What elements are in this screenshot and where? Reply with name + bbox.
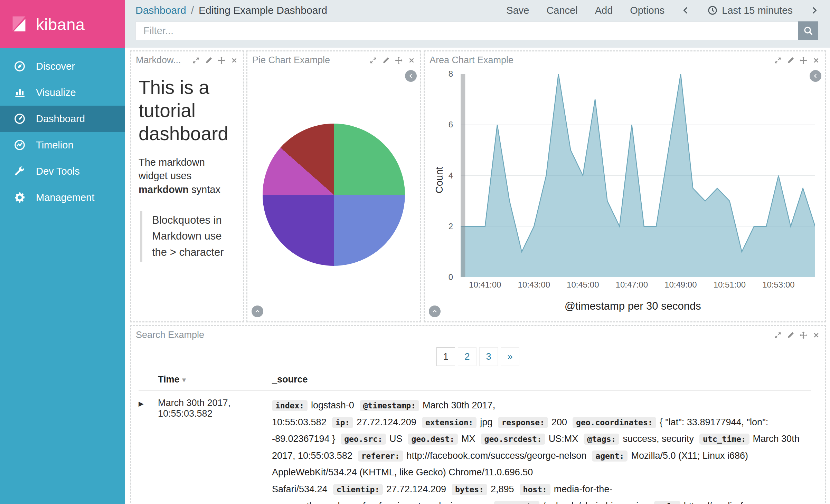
sidebar-item-label: Dev Tools	[36, 166, 80, 177]
kibana-app: kibana Discover Visualize Dashboard	[0, 0, 830, 504]
search-table-body: ▶March 30th 2017, 10:55:03.582index:logs…	[139, 390, 811, 504]
chevron-right-icon	[810, 5, 818, 16]
time-picker-button[interactable]: Last 15 minutes	[707, 5, 793, 16]
remove-panel-icon[interactable]	[408, 57, 415, 64]
field-key: index:	[272, 400, 308, 411]
y-tick-label: 6	[449, 120, 453, 129]
sidebar-item-label: Dashboard	[36, 113, 85, 125]
x-tick-label: 10:43:00	[518, 280, 550, 290]
row-source: index:logstash-0@timestamp:March 30th 20…	[272, 397, 811, 504]
field-value: 2,895	[491, 484, 514, 494]
x-tick-label: 10:45:00	[567, 280, 599, 290]
app-nav: Discover Visualize Dashboard Timelion	[0, 48, 125, 211]
filter-bar	[125, 19, 830, 48]
edit-pencil-icon[interactable]	[787, 331, 794, 339]
remove-panel-icon[interactable]	[230, 57, 238, 64]
page-2-button[interactable]: 2	[458, 347, 477, 366]
pie-chart-panel: Pie Chart Example	[246, 50, 421, 322]
legend-toggle-icon[interactable]	[405, 70, 417, 82]
visualize-barchart-icon	[14, 87, 26, 98]
sidebar-item-management[interactable]: Management	[0, 184, 125, 211]
field-value: MX	[461, 434, 475, 444]
y-tick-label: 4	[449, 171, 453, 181]
filter-input[interactable]	[135, 21, 798, 40]
search-button[interactable]	[798, 21, 818, 40]
save-button[interactable]: Save	[506, 5, 529, 16]
pie-chart[interactable]	[263, 124, 405, 266]
wrench-icon	[14, 165, 26, 177]
field-value: https://media-f	[684, 501, 743, 504]
cancel-button[interactable]: Cancel	[546, 5, 577, 16]
y-tick-label: 2	[449, 222, 453, 231]
expand-icon[interactable]	[774, 57, 782, 64]
move-icon[interactable]	[800, 57, 807, 64]
breadcrumb-separator: /	[191, 4, 194, 16]
page-3-button[interactable]: 3	[479, 347, 498, 366]
remove-panel-icon[interactable]	[812, 331, 820, 339]
sidebar-item-visualize[interactable]: Visualize	[0, 79, 125, 106]
sidebar-item-discover[interactable]: Discover	[0, 53, 125, 79]
kibana-logo[interactable]: kibana	[0, 0, 125, 48]
app-header: Dashboard / Editing Example Dashboard Sa…	[125, 0, 830, 48]
clock-icon	[707, 5, 718, 16]
config-bar: Dashboard / Editing Example Dashboard Sa…	[125, 0, 830, 19]
edit-pencil-icon[interactable]	[382, 57, 390, 64]
field-key: utc_time:	[699, 434, 749, 445]
time-back-button[interactable]	[682, 5, 690, 16]
gear-icon	[14, 192, 26, 203]
field-key: url:	[654, 501, 680, 504]
field-value: 200	[551, 417, 567, 427]
time-forward-button[interactable]	[810, 5, 818, 16]
time-column-header[interactable]: Time ▾	[158, 374, 272, 385]
field-key: bytes:	[452, 484, 487, 495]
expand-icon[interactable]	[774, 331, 782, 339]
sidebar: kibana Discover Visualize Dashboard	[0, 0, 125, 504]
edit-pencil-icon[interactable]	[787, 57, 794, 64]
markdown-content: This is a tutorial dashboard The markdow…	[131, 68, 243, 264]
markdown-heading: This is a tutorial dashboard	[139, 76, 235, 145]
sidebar-item-devtools[interactable]: Dev Tools	[0, 158, 125, 184]
source-column-header: _source	[272, 374, 811, 385]
x-axis-ticks: 10:41:0010:43:0010:45:0010:47:0010:49:00…	[461, 280, 815, 294]
field-key: request:	[494, 501, 539, 504]
field-key: geo.coordinates:	[573, 417, 656, 428]
markdown-paragraph: The markdown widget uses markdown syntax	[139, 156, 235, 196]
move-icon[interactable]	[218, 57, 225, 64]
field-key: geo.dest:	[408, 434, 458, 445]
field-key: @timestamp:	[360, 400, 419, 411]
x-tick-label: 10:41:00	[469, 280, 501, 290]
field-value: success, security	[623, 434, 694, 444]
legend-toggle-icon[interactable]	[252, 306, 263, 317]
field-key: geo.srcdest:	[481, 434, 545, 445]
timelion-icon	[14, 139, 26, 151]
options-button[interactable]: Options	[630, 5, 664, 16]
sort-desc-icon: ▾	[182, 376, 186, 384]
sidebar-item-timelion[interactable]: Timelion	[0, 132, 125, 158]
dashboard-gauge-icon	[14, 113, 26, 125]
area-chart-svg[interactable]	[461, 74, 815, 277]
edit-pencil-icon[interactable]	[205, 57, 213, 64]
breadcrumb-dashboard-link[interactable]: Dashboard	[135, 4, 186, 16]
add-button[interactable]: Add	[595, 5, 613, 16]
expand-icon[interactable]	[369, 57, 377, 64]
chevron-left-icon	[682, 5, 690, 16]
field-key: agent:	[592, 450, 628, 462]
move-icon[interactable]	[800, 331, 807, 339]
move-icon[interactable]	[395, 57, 403, 64]
page-1-button[interactable]: 1	[436, 347, 455, 366]
field-key: @tags:	[584, 434, 619, 445]
legend-toggle-icon[interactable]	[429, 306, 441, 317]
field-key: response:	[498, 417, 548, 428]
discover-compass-icon	[14, 60, 26, 72]
field-value: http://facebook.com/success/george-nelso…	[407, 450, 587, 461]
expand-icon[interactable]	[192, 57, 200, 64]
page-next-button[interactable]: »	[501, 347, 519, 366]
expand-row-icon[interactable]: ▶	[139, 397, 158, 504]
remove-panel-icon[interactable]	[812, 57, 820, 64]
y-tick-label: 8	[449, 69, 453, 79]
x-tick-label: 10:51:00	[714, 280, 746, 290]
legend-toggle-icon[interactable]	[810, 70, 821, 82]
area-chart[interactable]: Count 02468 10:41:0010:43:0010:45:0010:4…	[425, 68, 825, 321]
sidebar-item-dashboard[interactable]: Dashboard	[0, 106, 125, 132]
sidebar-item-label: Discover	[36, 61, 75, 72]
